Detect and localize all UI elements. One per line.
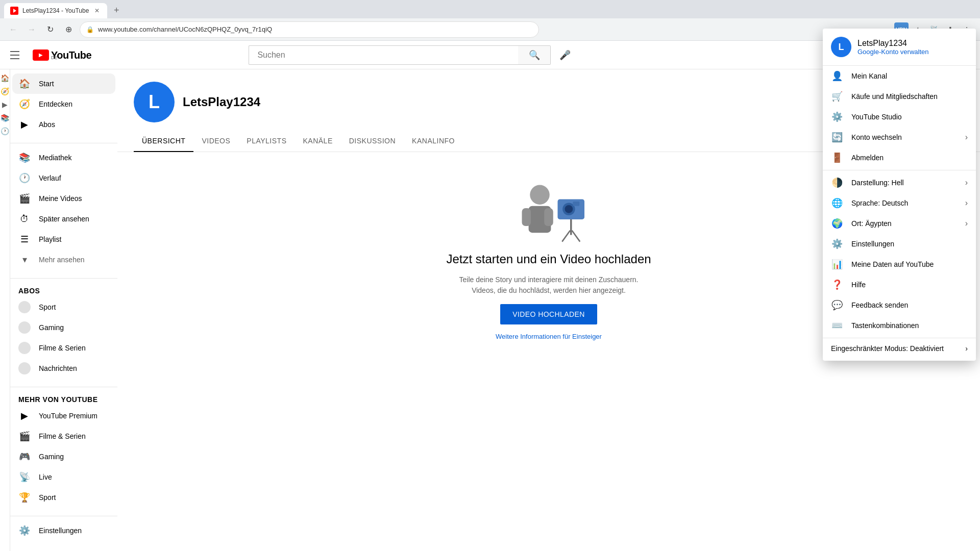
sidebar-item-filme[interactable]: Filme & Serien: [12, 338, 115, 358]
dropdown-abmelden[interactable]: 🚪 Abmelden: [823, 147, 976, 168]
svg-rect-4: [544, 208, 553, 226]
upload-title: Jetzt starten und ein Video hochladen: [446, 252, 651, 266]
home-button[interactable]: ⊕: [61, 22, 76, 37]
sidebar-item-sport2[interactable]: 🏆 Sport: [12, 487, 115, 508]
filme-icon: [18, 342, 31, 354]
sidebar-label-settings: Einstellungen: [39, 527, 82, 535]
edge-home-icon[interactable]: 🏠: [1, 73, 10, 83]
tab-playlists[interactable]: PLAYLISTS: [238, 131, 295, 152]
sidebar-item-sport[interactable]: Sport: [12, 297, 115, 317]
upload-link[interactable]: Weitere Informationen für Einsteiger: [496, 333, 602, 340]
upload-desc: Teile deine Story und interagiere mit de…: [457, 274, 641, 296]
gaming-icon: [18, 321, 31, 334]
person-icon: 👤: [831, 70, 843, 82]
sidebar-item-verlauf[interactable]: 🕐 Verlauf: [12, 168, 115, 188]
edge-sub-icon[interactable]: ▶: [1, 100, 10, 109]
dropdown-kaeufe[interactable]: 🛒 Käufe und Mitgliedschaften: [823, 86, 976, 107]
tab-uebersicht[interactable]: ÜBERSICHT: [134, 131, 193, 152]
chevron-right-icon: ›: [965, 133, 968, 142]
search-button[interactable]: 🔍: [518, 45, 551, 65]
reload-button[interactable]: ↻: [43, 22, 57, 37]
subscriptions-icon: ▶: [18, 118, 31, 131]
sidebar-label-sport: Sport: [39, 303, 56, 311]
edge-explore-icon[interactable]: 🧭: [1, 87, 10, 96]
dropdown-sprache[interactable]: 🌐 Sprache: Deutsch ›: [823, 193, 976, 213]
help-icon: ❓: [831, 279, 843, 291]
sidebar-label-sport2: Sport: [39, 493, 56, 502]
account-manage-link[interactable]: Google-Konto verwalten: [857, 48, 928, 56]
sidebar-label-filme: Filme & Serien: [39, 344, 86, 352]
tab-kanaele[interactable]: KANÄLE: [295, 131, 340, 152]
sidebar-mehr-ansehen[interactable]: ▾ Mehr ansehen: [12, 249, 115, 270]
sidebar: 🏠 Start 🧭 Entdecken ▶ Abos 📚: [10, 69, 117, 551]
sidebar-item-spaeter[interactable]: ⏱ Später ansehen: [12, 209, 115, 229]
dropdown-restricted-mode[interactable]: Eingeschränkter Modus: Deaktiviert ›: [823, 340, 976, 357]
sidebar-label-mediathek: Mediathek: [39, 154, 72, 162]
sidebar-item-filme-serien[interactable]: 🎬 Filme & Serien: [12, 426, 115, 446]
playlist-icon: ☰: [18, 233, 31, 245]
svg-rect-9: [570, 219, 572, 235]
sidebar-item-playlist[interactable]: ☰ Playlist: [12, 229, 115, 249]
sidebar-item-entdecken[interactable]: 🧭 Entdecken: [12, 94, 115, 114]
sidebar-item-settings[interactable]: ⚙️ Einstellungen: [12, 520, 115, 541]
dropdown-mein-kanal[interactable]: 👤 Mein Kanal: [823, 66, 976, 86]
dropdown-tastenkombinationen[interactable]: ⌨️ Tastenkombinationen: [823, 315, 976, 336]
dropdown-ort[interactable]: 🌍 Ort: Ägypten ›: [823, 213, 976, 234]
active-tab[interactable]: LetsPlay1234 - YouTube ✕: [4, 3, 107, 18]
dropdown-label-kaeufe: Käufe und Mitgliedschaften: [851, 92, 968, 101]
keyboard-icon: ⌨️: [831, 319, 843, 332]
history-icon: 🕐: [18, 172, 31, 184]
gaming2-icon: 🎮: [18, 450, 31, 463]
sidebar-item-mediathek[interactable]: 📚 Mediathek: [12, 147, 115, 168]
video-hochladen-button[interactable]: VIDEO HOCHLADEN: [500, 304, 597, 324]
back-button[interactable]: ←: [6, 22, 20, 37]
sidebar-item-gaming[interactable]: Gaming: [12, 317, 115, 338]
dropdown-yt-studio[interactable]: ⚙️ YouTube Studio: [823, 107, 976, 127]
address-bar[interactable]: 🔒 www.youtube.com/channel/UCocN6zQPHQZ_0…: [80, 21, 539, 38]
svg-rect-3: [522, 208, 531, 226]
search-input[interactable]: [249, 45, 518, 65]
sidebar-divider-1: [10, 143, 117, 143]
svg-line-10: [562, 231, 570, 242]
dropdown-darstellung[interactable]: 🌗 Darstellung: Hell ›: [823, 172, 976, 193]
tab-close-button[interactable]: ✕: [93, 7, 101, 15]
hamburger-menu[interactable]: [8, 47, 24, 63]
dropdown-konto-wechseln[interactable]: 🔄 Konto wechseln ›: [823, 127, 976, 147]
tab-diskussion[interactable]: DISKUSSION: [341, 131, 404, 152]
search-bar: 🔍 🎤: [249, 45, 575, 65]
edge-hist-icon[interactable]: 🕐: [1, 127, 10, 136]
account-dropdown-avatar: L: [831, 37, 851, 57]
youtube-logo-icon: [33, 49, 49, 61]
sidebar-nav-section: 🏠 Start 🧭 Entdecken ▶ Abos: [10, 73, 117, 139]
tab-videos[interactable]: VIDEOS: [193, 131, 238, 152]
explore-icon: 🧭: [18, 98, 31, 110]
dropdown-meine-daten[interactable]: 📊 Meine Daten auf YouTube: [823, 254, 976, 274]
edge-lib-icon[interactable]: 📚: [1, 113, 10, 122]
tab-kanalinfo[interactable]: KANALINFO: [404, 131, 463, 152]
header-left: YouTube DE: [8, 47, 91, 63]
dropdown-einstellungen[interactable]: ⚙️ Einstellungen: [823, 234, 976, 254]
mic-button[interactable]: 🎤: [555, 45, 575, 65]
sidebar-item-gaming2[interactable]: 🎮 Gaming: [12, 446, 115, 467]
new-tab-button[interactable]: +: [109, 3, 124, 17]
watch-later-icon: ⏱: [18, 213, 31, 225]
tab-title: LetsPlay1234 - YouTube: [22, 7, 89, 14]
restricted-mode-label: Eingeschränkter Modus: Deaktiviert: [831, 344, 944, 353]
sidebar-item-start[interactable]: 🏠 Start: [12, 73, 115, 94]
sidebar-item-yt-premium[interactable]: ▶ YouTube Premium: [12, 406, 115, 426]
sidebar-item-live[interactable]: 📡 Live: [12, 467, 115, 487]
location-icon: 🌍: [831, 217, 843, 230]
dropdown-label-darstellung: Darstellung: Hell: [851, 179, 957, 187]
sidebar-item-abos[interactable]: ▶ Abos: [12, 114, 115, 135]
dropdown-hilfe[interactable]: ❓ Hilfe: [823, 274, 976, 295]
forward-button[interactable]: →: [24, 22, 39, 37]
edge-bar: 🏠 🧭 ▶ 📚 🕐: [0, 69, 10, 551]
sidebar-label-abos: Abos: [39, 120, 55, 129]
sidebar-item-meine-videos[interactable]: 🎬 Meine Videos: [12, 188, 115, 209]
youtube-logo[interactable]: YouTube DE: [33, 49, 91, 61]
dropdown-label-abmelden: Abmelden: [851, 154, 968, 162]
dropdown-feedback[interactable]: 💬 Feedback senden: [823, 295, 976, 315]
sidebar-item-nachrichten[interactable]: Nachrichten: [12, 358, 115, 379]
sidebar-mehr-section: MEHR VON YOUTUBE ▶ YouTube Premium 🎬 Fil…: [10, 391, 117, 512]
sidebar-label-gaming2: Gaming: [39, 453, 64, 461]
